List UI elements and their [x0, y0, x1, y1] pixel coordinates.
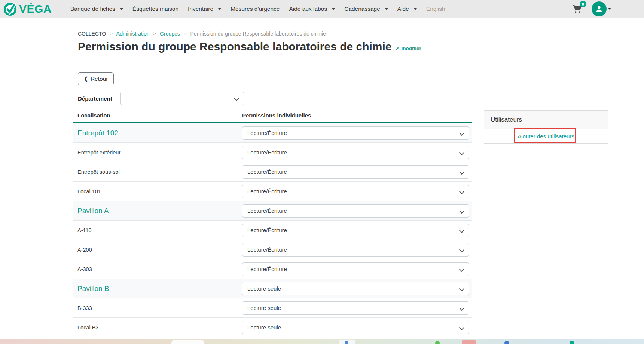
brand-name: VÉGA: [19, 3, 52, 15]
avatar: [592, 1, 607, 16]
table-row: Entrepôt extérieurLecture/Écriture: [73, 143, 472, 162]
permission-select[interactable]: Lecture/Écriture: [242, 165, 469, 179]
permission-select[interactable]: Lecture seule: [242, 301, 469, 315]
user-menu[interactable]: [592, 1, 611, 16]
location-cell: B-333: [73, 305, 242, 311]
cart-button[interactable]: 0: [573, 4, 583, 14]
location-cell: Local B3: [73, 324, 242, 331]
permission-select-value: Lecture/Écriture: [247, 130, 287, 136]
department-select[interactable]: --------: [120, 92, 244, 105]
nav-item-english[interactable]: English: [426, 6, 445, 12]
nav-item-label: English: [426, 6, 445, 12]
taskbar-app-icon[interactable]: [504, 341, 509, 344]
breadcrumb-separator: >: [153, 30, 156, 37]
permission-cell: Lecture seule: [242, 301, 472, 315]
location-cell: A-110: [73, 227, 242, 234]
table-row: Local 101Lecture/Écriture: [73, 182, 472, 201]
table-row: Entrepôt sous-solLecture/Écriture: [73, 162, 472, 182]
nav-item-aide[interactable]: Aide: [397, 6, 417, 12]
chevron-down-icon: [459, 266, 464, 271]
users-panel-title: Utilisateurs: [484, 110, 608, 129]
table-row: Pavillon ALecture/Écriture: [73, 201, 472, 221]
taskbar-sliver: [0, 339, 644, 344]
breadcrumb-item-administration[interactable]: Administration: [116, 30, 150, 37]
nav-item-label: Étiquettes maison: [132, 6, 178, 12]
location-cell: Entrepôt extérieur: [73, 149, 242, 156]
chevron-down-icon: [459, 305, 464, 310]
nav-item-banque-de-fiches[interactable]: Banque de fiches: [70, 6, 123, 12]
taskbar-app-icon[interactable]: [345, 341, 348, 344]
permission-select-value: Lecture seule: [247, 285, 281, 292]
table-row: Local B3Lecture seule: [73, 318, 472, 337]
permission-select-value: Lecture/Écriture: [247, 149, 287, 156]
taskbar-app-icon[interactable]: [570, 341, 574, 344]
permission-select-value: Lecture/Écriture: [247, 208, 287, 214]
nav-item-label: Banque de fiches: [70, 6, 115, 12]
table-row: Pavillon BLecture seule: [73, 279, 472, 298]
nav-item-label: Cadenassage: [344, 6, 380, 12]
permission-select[interactable]: Lecture/Écriture: [242, 146, 469, 159]
caret-down-icon: [218, 8, 221, 10]
permission-cell: Lecture/Écriture: [242, 262, 472, 276]
nav-item-inventaire[interactable]: Inventaire: [188, 6, 221, 12]
location-cell: Local 101: [73, 188, 242, 195]
permission-cell: Lecture/Écriture: [242, 224, 472, 237]
nav-item-etiquettes-maison[interactable]: Étiquettes maison: [132, 6, 178, 12]
permission-select[interactable]: Lecture/Écriture: [242, 243, 469, 257]
navbar-right: 0: [573, 1, 644, 16]
permission-cell: Lecture/Écriture: [242, 126, 472, 140]
nav-item-aide-aux-labos[interactable]: Aide aux labos: [289, 6, 335, 12]
location-group-link[interactable]: Pavillon A: [77, 207, 109, 215]
edit-link-label: modifier: [402, 46, 421, 51]
permission-select[interactable]: Lecture/Écriture: [242, 204, 469, 218]
chevron-down-icon: [459, 227, 464, 233]
chevron-down-icon: [234, 96, 239, 101]
taskbar-app-icon[interactable]: [462, 340, 476, 344]
taskbar-search-pill[interactable]: [171, 340, 204, 344]
chevron-down-icon: [459, 130, 464, 135]
permission-select-value: Lecture seule: [247, 324, 281, 331]
edit-group-link[interactable]: modifier: [395, 46, 421, 51]
department-select-value: --------: [126, 95, 141, 102]
permission-cell: Lecture seule: [242, 282, 472, 295]
nav-item-label: Aide: [397, 6, 409, 12]
taskbar-app-icon[interactable]: [435, 341, 440, 344]
chevron-down-icon: [459, 208, 464, 213]
chevron-down-icon: [459, 169, 464, 174]
caret-down-icon: [385, 8, 388, 10]
permission-cell: Lecture/Écriture: [242, 165, 472, 179]
location-cell: Pavillon B: [73, 285, 242, 293]
top-navbar: VÉGA Banque de fichesÉtiquettes maisonIn…: [0, 0, 644, 18]
location-group-link[interactable]: Entrepôt 102: [77, 129, 118, 137]
location-label: Local 101: [77, 188, 101, 194]
breadcrumb-item-groupes[interactable]: Groupes: [160, 30, 180, 37]
nav-item-mesures-d-urgence[interactable]: Mesures d'urgence: [231, 6, 280, 12]
column-header-localisation: Localisation: [73, 112, 242, 119]
breadcrumb-separator: >: [184, 30, 187, 37]
permission-select[interactable]: Lecture/Écriture: [242, 224, 469, 237]
permission-select[interactable]: Lecture seule: [242, 321, 469, 334]
back-button[interactable]: ❮ Retour: [78, 72, 114, 85]
location-label: Local B3: [77, 325, 98, 331]
add-users-link[interactable]: Ajouter des utilisateurs: [518, 133, 574, 139]
vega-logo[interactable]: VÉGA: [0, 2, 52, 16]
nav-item-label: Mesures d'urgence: [231, 6, 280, 12]
location-label: A-303: [77, 266, 92, 272]
location-cell: Entrepôt 102: [73, 129, 242, 137]
permission-cell: Lecture/Écriture: [242, 243, 472, 257]
vega-logo-check-icon: [3, 2, 17, 16]
permission-select[interactable]: Lecture seule: [242, 282, 469, 295]
permission-select[interactable]: Lecture/Écriture: [242, 262, 469, 276]
permission-select[interactable]: Lecture/Écriture: [242, 185, 469, 198]
permission-select-value: Lecture/Écriture: [247, 188, 287, 194]
page-title: Permission du groupe Responsable laborat…: [78, 40, 392, 54]
table-body: Entrepôt 102Lecture/ÉcritureEntrepôt ext…: [73, 123, 472, 337]
location-group-link[interactable]: Pavillon B: [77, 285, 109, 292]
breadcrumb-item-permission-du-groupe-responsable-laboratoires-de-chimie: Permission du groupe Responsable laborat…: [190, 30, 326, 37]
permission-select[interactable]: Lecture/Écriture: [242, 126, 469, 140]
location-label: B-333: [77, 305, 92, 311]
department-filter: Département --------: [78, 92, 244, 105]
breadcrumb-separator: >: [110, 30, 113, 37]
nav-item-cadenassage[interactable]: Cadenassage: [344, 6, 388, 12]
permission-cell: Lecture/Écriture: [242, 146, 472, 159]
